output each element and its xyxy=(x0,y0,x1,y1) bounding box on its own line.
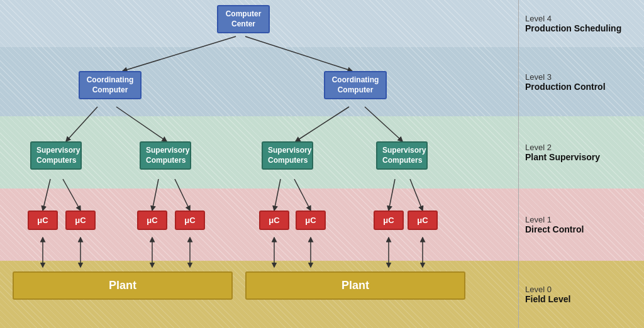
node-plant-left: Plant xyxy=(13,271,233,300)
level-title-3: Production Control xyxy=(525,82,606,92)
level-title-0: Field Level xyxy=(525,294,570,304)
node-uc-5: μC xyxy=(259,210,289,230)
node-uc-3: μC xyxy=(137,210,167,230)
level-number-3: Level 3 xyxy=(525,72,552,82)
node-plant-right: Plant xyxy=(245,271,465,300)
node-coord-right: Coordinating Computer xyxy=(324,71,387,99)
label-l4: Level 4 Production Scheduling xyxy=(518,0,644,47)
node-coord-left: Coordinating Computer xyxy=(79,71,142,99)
level-number-2: Level 2 xyxy=(525,143,552,152)
level-number-1: Level 1 xyxy=(525,215,552,224)
label-l0: Level 0 Field Level xyxy=(518,261,644,328)
node-uc-8: μC xyxy=(408,210,438,230)
node-uc-7: μC xyxy=(374,210,404,230)
node-sup-3: Supervisory Computers xyxy=(262,141,313,170)
node-uc-4: μC xyxy=(175,210,205,230)
node-sup-4: Supervisory Computers xyxy=(376,141,428,170)
label-l2: Level 2 Plant Supervisory xyxy=(518,116,644,189)
node-uc-6: μC xyxy=(296,210,326,230)
label-l3: Level 3 Production Control xyxy=(518,47,644,116)
labels-area: Level 4 Production Scheduling Level 3 Pr… xyxy=(518,0,644,328)
level-number-4: Level 4 xyxy=(525,14,552,23)
node-uc-1: μC xyxy=(28,210,58,230)
node-sup-1: Supervisory Computers xyxy=(30,141,82,170)
band-l3 xyxy=(0,47,518,116)
node-computer-center: Computer Center xyxy=(217,5,270,33)
level-title-2: Plant Supervisory xyxy=(525,152,600,162)
level-title-1: Direct Control xyxy=(525,224,584,234)
label-l1: Level 1 Direct Control xyxy=(518,189,644,261)
node-sup-2: Supervisory Computers xyxy=(140,141,191,170)
node-uc-2: μC xyxy=(65,210,96,230)
level-number-0: Level 0 xyxy=(525,285,552,294)
diagram-area: Computer Center Coordinating Computer Co… xyxy=(0,0,518,328)
level-title-4: Production Scheduling xyxy=(525,23,621,33)
diagram-container: Computer Center Coordinating Computer Co… xyxy=(0,0,644,328)
